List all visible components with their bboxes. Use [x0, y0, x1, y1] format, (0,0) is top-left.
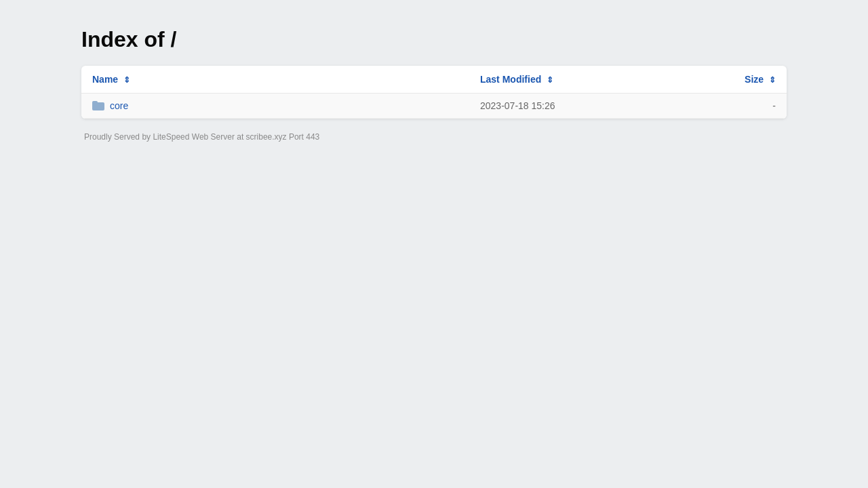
column-header-size[interactable]: Size ⇕ — [681, 66, 787, 94]
page-title: Index of / — [81, 27, 787, 52]
folder-icon — [92, 101, 104, 110]
sort-icon-size: ⇕ — [769, 75, 776, 85]
title-prefix: Index of — [81, 27, 165, 52]
footer-text: Proudly Served by LiteSpeed Web Server a… — [84, 132, 319, 142]
modified-label: Last Modified — [480, 74, 541, 85]
file-size-cell: - — [681, 94, 787, 119]
table-body: core2023-07-18 15:26- — [81, 94, 787, 119]
column-header-name[interactable]: Name ⇕ — [81, 66, 469, 94]
title-path: / — [171, 27, 177, 52]
footer: Proudly Served by LiteSpeed Web Server a… — [81, 132, 787, 142]
name-cell-inner: core — [92, 100, 458, 111]
file-listing-table: Name ⇕ Last Modified ⇕ Size ⇕ core2023-0… — [81, 66, 787, 119]
main-container: Index of / Name ⇕ Last Modified ⇕ Size ⇕… — [68, 14, 800, 148]
file-link[interactable]: core — [110, 100, 128, 111]
file-name-cell: core — [81, 94, 469, 119]
sort-icon-name: ⇕ — [123, 75, 130, 85]
name-label: Name — [92, 74, 118, 85]
sort-icon-modified: ⇕ — [547, 75, 553, 85]
header-row: Name ⇕ Last Modified ⇕ Size ⇕ — [81, 66, 787, 94]
table-row: core2023-07-18 15:26- — [81, 94, 787, 119]
column-header-modified[interactable]: Last Modified ⇕ — [469, 66, 681, 94]
file-modified-cell: 2023-07-18 15:26 — [469, 94, 681, 119]
size-label: Size — [745, 74, 764, 85]
table-header: Name ⇕ Last Modified ⇕ Size ⇕ — [81, 66, 787, 94]
